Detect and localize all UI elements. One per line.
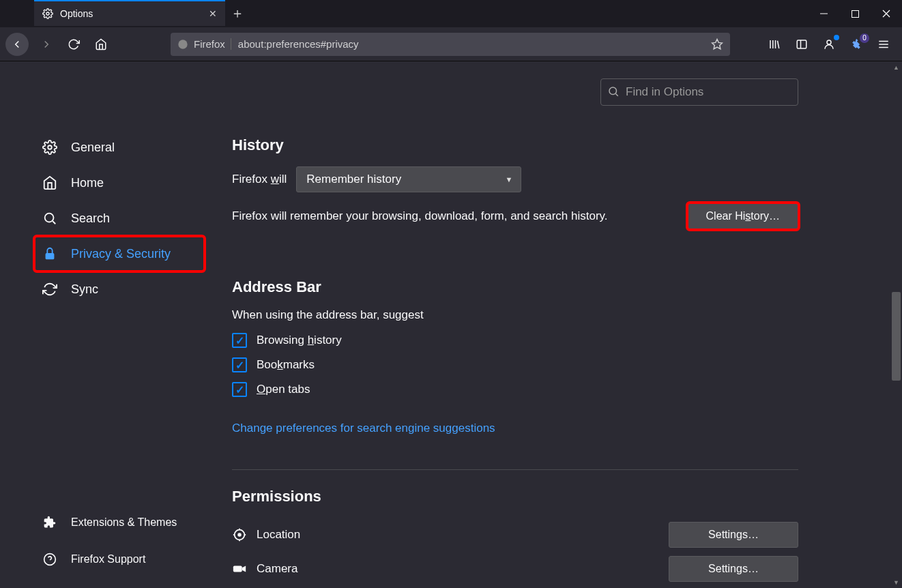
check-browsing-history[interactable]: Browsing history [232, 333, 798, 348]
location-icon [232, 527, 247, 542]
svg-point-13 [827, 40, 831, 44]
new-tab-button[interactable]: ＋ [225, 0, 250, 26]
search-suggestions-link[interactable]: Change preferences for search engine sug… [232, 422, 495, 435]
tab-strip: Options ✕ ＋ [0, 0, 250, 27]
divider [232, 469, 798, 470]
svg-line-24 [615, 93, 617, 95]
scroll-down-icon[interactable]: ▼ [890, 576, 902, 588]
back-button[interactable] [5, 33, 29, 56]
sidebar-item-sync[interactable]: Sync [34, 271, 205, 307]
preferences-content: General Home Search Privacy & Security S… [0, 61, 902, 588]
svg-marker-32 [242, 565, 246, 572]
svg-line-10 [778, 40, 779, 48]
sidebar-item-label: Home [71, 176, 104, 190]
history-will-label: Firefox will [232, 173, 287, 186]
gear-icon [41, 140, 59, 155]
search-container [600, 78, 798, 106]
svg-rect-2 [852, 10, 858, 17]
minimize-button[interactable] [808, 0, 839, 27]
sidebar-item-support[interactable]: Firefox Support [34, 544, 184, 574]
sidebar-item-label: Sync [71, 282, 98, 297]
sidebar-item-general[interactable]: General [34, 130, 205, 165]
titlebar: Options ✕ ＋ [0, 0, 902, 27]
find-in-options-input[interactable] [600, 78, 798, 106]
forward-button[interactable] [34, 32, 59, 57]
svg-rect-31 [233, 565, 242, 572]
home-icon [41, 175, 59, 190]
history-mode-row: Firefox will Remember history ▼ [232, 166, 798, 192]
preferences-main: History Firefox will Remember history ▼ … [205, 61, 798, 588]
address-bar-subheading: When using the address bar, suggest [232, 308, 798, 322]
svg-rect-11 [797, 40, 806, 48]
location-settings-button[interactable]: Settings… [669, 522, 798, 548]
svg-point-0 [46, 12, 49, 15]
firefox-icon [177, 39, 188, 50]
sidebar-item-search[interactable]: Search [34, 201, 205, 236]
sidebar-bottom: Extensions & Themes Firefox Support [34, 508, 184, 574]
svg-line-19 [53, 221, 55, 224]
sidebar-item-extensions[interactable]: Extensions & Themes [34, 508, 184, 538]
svg-point-26 [238, 533, 241, 536]
sidebar-item-label: Search [71, 211, 110, 226]
close-window-button[interactable] [871, 0, 902, 27]
check-bookmarks[interactable]: Bookmarks [232, 357, 798, 372]
home-button[interactable] [89, 32, 113, 57]
svg-rect-20 [46, 253, 55, 259]
bookmark-star-icon[interactable] [711, 38, 723, 50]
url-bar[interactable]: Firefox about:preferences#privacy [171, 33, 730, 56]
checkbox-label: Open tabs [257, 383, 310, 396]
gear-icon [42, 8, 53, 19]
library-button[interactable] [761, 32, 787, 57]
history-description-row: Firefox will remember your browsing, dow… [232, 203, 798, 229]
app-menu-button[interactable] [871, 32, 897, 57]
sidebar-item-label: Extensions & Themes [71, 516, 177, 529]
permission-label: Location [257, 528, 300, 542]
sidebar-item-label: Privacy & Security [71, 247, 171, 261]
scrollbar-track[interactable]: ▲ ▼ [890, 61, 902, 588]
checkbox[interactable] [232, 333, 247, 348]
history-mode-select[interactable]: Remember history ▼ [296, 166, 521, 192]
checkbox[interactable] [232, 382, 247, 397]
url-text: about:preferences#privacy [238, 38, 704, 50]
sidebar-item-privacy[interactable]: Privacy & Security [34, 236, 205, 271]
check-open-tabs[interactable]: Open tabs [232, 382, 798, 397]
lock-icon [41, 246, 59, 261]
permission-row-camera: Camera Settings… [232, 552, 798, 586]
svg-point-17 [48, 145, 52, 149]
permissions-heading: Permissions [232, 488, 798, 505]
search-icon [41, 211, 59, 226]
checkbox[interactable] [232, 357, 247, 372]
identity-box[interactable]: Firefox [177, 38, 231, 50]
window-controls [808, 0, 902, 27]
maximize-button[interactable] [839, 0, 871, 27]
select-value: Remember history [306, 173, 401, 186]
checkbox-label: Bookmarks [257, 358, 315, 372]
tab-options[interactable]: Options ✕ [34, 0, 225, 26]
tab-label: Options [60, 8, 202, 19]
help-icon [41, 553, 59, 566]
close-tab-icon[interactable]: ✕ [209, 8, 217, 19]
camera-settings-button[interactable]: Settings… [669, 556, 798, 582]
svg-marker-6 [712, 39, 723, 48]
account-button[interactable] [816, 32, 842, 57]
toolbar-right: 0 [761, 32, 897, 57]
reload-button[interactable] [61, 32, 86, 57]
sidebar-item-label: Firefox Support [71, 553, 145, 565]
chevron-down-icon: ▼ [505, 175, 512, 183]
identity-label: Firefox [194, 38, 225, 50]
extension-badge: 0 [860, 33, 869, 43]
sidebar-item-home[interactable]: Home [34, 165, 205, 201]
clear-history-button[interactable]: Clear History… [688, 203, 798, 229]
notification-dot-icon [834, 35, 839, 40]
sidebars-button[interactable] [789, 32, 815, 57]
scrollbar-thumb[interactable] [892, 292, 901, 381]
preferences-sidebar: General Home Search Privacy & Security S… [0, 61, 205, 588]
permission-row-location: Location Settings… [232, 518, 798, 552]
svg-point-23 [609, 87, 617, 95]
history-description: Firefox will remember your browsing, dow… [232, 209, 608, 223]
svg-point-5 [178, 40, 187, 48]
extension-button[interactable]: 0 [843, 32, 869, 57]
permission-label: Camera [257, 562, 297, 576]
scroll-up-icon[interactable]: ▲ [890, 61, 902, 73]
navbar: Firefox about:preferences#privacy 0 [0, 27, 902, 61]
